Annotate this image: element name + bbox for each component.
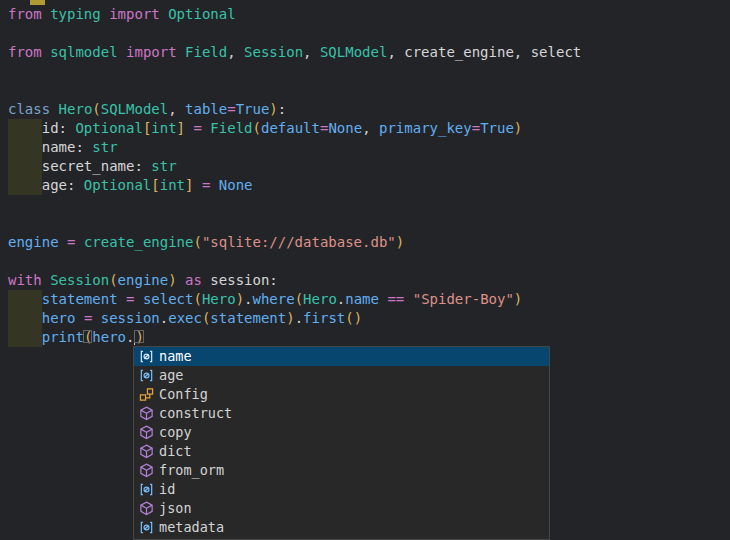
- suggestion-label: age: [159, 366, 183, 385]
- code-token: from: [8, 44, 42, 60]
- code-token: [75, 234, 83, 250]
- code-token: [8, 329, 42, 345]
- code-token: [59, 234, 67, 250]
- code-line[interactable]: secret_name: str: [0, 157, 730, 176]
- field-icon: [139, 520, 154, 535]
- code-line[interactable]: [0, 195, 730, 214]
- code-token: from: [8, 6, 42, 22]
- suggestion-item-from_orm[interactable]: from_orm: [134, 461, 549, 480]
- code-line[interactable]: with Session(engine) as session:: [0, 271, 730, 290]
- code-token: name: [345, 291, 379, 307]
- code-token: [160, 6, 168, 22]
- code-token: Field: [210, 120, 252, 136]
- code-line[interactable]: [0, 252, 730, 271]
- suggestion-item-age[interactable]: age: [134, 366, 549, 385]
- code-line[interactable]: hero = session.exec(statement).first(): [0, 309, 730, 328]
- code-token: statement: [42, 291, 118, 307]
- suggestion-label: metadata: [159, 518, 224, 537]
- code-line[interactable]: [0, 24, 730, 43]
- code-token: int: [160, 177, 185, 193]
- code-token: [177, 272, 185, 288]
- matched-bracket: ): [135, 329, 143, 345]
- code-token: ): [269, 101, 277, 117]
- code-token: select: [143, 291, 194, 307]
- code-token: [193, 177, 201, 193]
- code-token: [177, 44, 185, 60]
- code-token: Optional: [75, 120, 142, 136]
- field-icon: [139, 349, 154, 364]
- code-token: (: [345, 310, 353, 326]
- code-token: [92, 310, 100, 326]
- suggestion-label: id: [159, 480, 175, 499]
- code-line[interactable]: from typing import Optional: [0, 5, 730, 24]
- code-token: ,: [362, 120, 379, 136]
- code-token: .: [295, 310, 303, 326]
- code-token: str: [92, 139, 117, 155]
- suggestion-item-metadata[interactable]: metadata: [134, 518, 549, 537]
- code-line[interactable]: name: str: [0, 138, 730, 157]
- suggestion-item-name[interactable]: name: [134, 347, 549, 366]
- method-icon: [139, 463, 154, 478]
- code-token: hero: [92, 329, 126, 345]
- code-token: id:: [8, 120, 75, 136]
- code-line[interactable]: print(hero.): [0, 328, 730, 347]
- code-line[interactable]: from sqlmodel import Field, Session, SQL…: [0, 43, 730, 62]
- code-token: where: [253, 291, 295, 307]
- code-line[interactable]: [0, 81, 730, 100]
- code-token: select: [531, 44, 582, 60]
- matched-bracket: (: [84, 329, 92, 345]
- suggestion-label: json: [159, 499, 192, 518]
- suggestion-item-Config[interactable]: Config: [134, 385, 549, 404]
- code-token: Optional: [84, 177, 151, 193]
- code-line[interactable]: statement = select(Hero).where(Hero.name…: [0, 290, 730, 309]
- suggestion-item-copy[interactable]: copy: [134, 423, 549, 442]
- code-token: "Spider-Boy": [413, 291, 514, 307]
- code-token: import: [109, 6, 160, 22]
- code-token: primary_key: [379, 120, 472, 136]
- suggestion-item-id[interactable]: id: [134, 480, 549, 499]
- suggestion-label: from_orm: [159, 461, 224, 480]
- code-token: engine: [8, 234, 59, 250]
- code-token: ,: [168, 101, 185, 117]
- code-token: ,: [514, 44, 531, 60]
- code-line[interactable]: [0, 214, 730, 233]
- code-token: Hero: [59, 101, 93, 117]
- code-line[interactable]: class Hero(SQLModel, table=True):: [0, 100, 730, 119]
- code-token: True: [480, 120, 514, 136]
- method-icon: [139, 501, 154, 516]
- suggestion-item-dict[interactable]: dict: [134, 442, 549, 461]
- code-token: .: [337, 291, 345, 307]
- class-icon: [139, 387, 154, 402]
- code-token: name:: [8, 139, 92, 155]
- code-token: session: [101, 310, 160, 326]
- suggestion-item-json[interactable]: json: [134, 499, 549, 518]
- code-token: (: [193, 234, 201, 250]
- code-token: ,: [387, 44, 404, 60]
- suggestion-label: construct: [159, 404, 232, 423]
- method-icon: [139, 406, 154, 421]
- code-token: [118, 291, 126, 307]
- code-token: Hero: [303, 291, 337, 307]
- code-line[interactable]: age: Optional[int] = None: [0, 176, 730, 195]
- code-line[interactable]: id: Optional[int] = Field(default=None, …: [0, 119, 730, 138]
- code-token: import: [126, 44, 177, 60]
- code-token: (: [92, 101, 100, 117]
- code-token: print: [42, 329, 84, 345]
- code-token: as: [185, 272, 202, 288]
- code-token: hero: [42, 310, 76, 326]
- code-line[interactable]: [0, 62, 730, 81]
- suggestion-item-construct[interactable]: construct: [134, 404, 549, 423]
- code-token: ,: [303, 44, 320, 60]
- suggestion-label: Config: [159, 385, 208, 404]
- code-token: [: [151, 177, 159, 193]
- code-token: .: [126, 329, 134, 345]
- code-token: session:: [210, 272, 277, 288]
- method-icon: [139, 425, 154, 440]
- code-token: default: [261, 120, 320, 136]
- suggestion-label: copy: [159, 423, 192, 442]
- code-editor[interactable]: from typing import Optionalfrom sqlmodel…: [0, 0, 730, 540]
- code-line[interactable]: engine = create_engine("sqlite:///databa…: [0, 233, 730, 252]
- code-token: secret_name:: [8, 158, 151, 174]
- code-token: ): [286, 310, 294, 326]
- suggestion-label: dict: [159, 442, 192, 461]
